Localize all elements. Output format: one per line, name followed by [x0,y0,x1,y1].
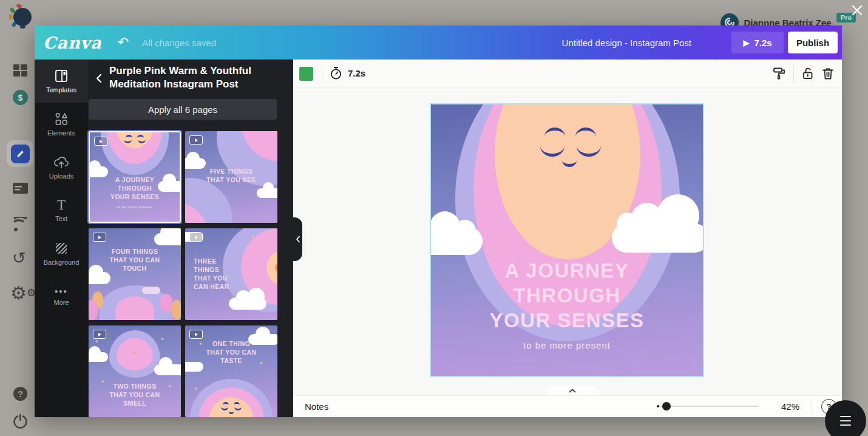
text-icon: T [57,199,66,212]
collapse-panel-handle[interactable] [293,217,302,261]
page-duration-value: 7.2s [348,68,365,78]
template-thumbnail-hear[interactable]: ✦ THREE THINGS THAT YOU CAN HEAR [185,228,277,320]
design-page[interactable]: A JOURNEY THROUGH YOUR SENSES to be more… [430,103,704,377]
template-thumbnail-see[interactable]: FIVE THINGS THAT YOU SEE [185,131,277,223]
page-duration-control[interactable]: 7.2s [330,66,365,80]
template-thumbnail-taste[interactable]: ✦ ✦ ✦ ONE THING THAT YOU CAN TASTE [185,325,277,417]
template-thumbnail-touch[interactable]: FOUR THINGS THAT YOU CAN TOUCH [89,228,181,320]
chevron-left-icon [296,236,300,243]
more-icon: ••• [55,287,68,296]
pencil-icon [16,149,25,158]
stopwatch-icon [330,66,342,80]
history-icon: ↺ [12,250,26,267]
zoom-slider-start-dot [657,405,659,407]
rail-item-background[interactable]: Background [35,232,88,275]
close-icon[interactable] [851,4,863,16]
chevron-up-icon [569,389,576,393]
elements-icon [54,112,69,126]
apply-all-pages-button[interactable]: Apply all 6 pages [89,99,277,120]
zoom-slider-knob[interactable] [662,402,671,410]
video-badge-icon [189,135,203,145]
canvas-workspace: 7.2s [293,60,842,417]
page-title-text[interactable]: A JOURNEY THROUGH YOUR SENSES [431,258,703,333]
video-badge-icon [93,330,106,339]
color-swatch[interactable] [299,67,313,81]
template-thumbnail-journey[interactable]: A JOURNEY THROUGH YOUR SENSES to be more… [89,131,181,223]
notes-button[interactable]: Notes [305,401,328,412]
card-icon [12,181,29,198]
rail-item-elements[interactable]: Elements [35,103,88,146]
lock-icon[interactable] [801,66,815,81]
video-badge-icon [94,137,107,146]
expand-pages-tab[interactable] [546,386,598,396]
save-status: All changes saved [142,38,216,48]
background-icon [54,241,69,256]
templates-panel: Purple Pink Warm & Youthful Meditation I… [88,60,293,417]
menu-fab[interactable] [825,400,866,436]
gears-icon: ⚙⚙ [10,284,36,302]
screen: $ ↺ ⚙⚙ ? Diannne Beatrix Zee Pro Canv [0,0,868,436]
zoom-percent: 42% [773,401,799,412]
zoom-slider[interactable] [659,406,759,407]
app-logo-icon [8,4,35,31]
tool-rail: Templates Elements Uploads T Text Backgr… [35,60,88,417]
trash-icon[interactable] [821,66,835,81]
page-subtitle-text[interactable]: to be more present [431,340,703,350]
canva-editor-modal: Canva ↶ All changes saved Untitled desig… [35,26,842,417]
roller-style-icon[interactable] [772,66,787,81]
undo-icon[interactable]: ↶ [118,36,129,49]
video-badge-icon [93,233,106,242]
template-grid: A JOURNEY THROUGH YOUR SENSES to be more… [89,131,277,417]
back-chevron-icon[interactable] [94,73,105,86]
rail-item-text[interactable]: T Text [35,189,88,232]
video-badge-icon [189,233,203,242]
templates-icon [54,69,69,83]
rss-icon [12,217,29,236]
play-duration: 7.2s [754,38,771,48]
help-filled-icon: ? [13,387,27,401]
dashboard-grid-icon [13,63,28,81]
pencil-tool-selected [7,140,33,167]
template-thumbnail-smell[interactable]: ✦ ✦ ✦ ✦ ✦ TWO THINGS THAT YOU CAN SMELL [89,325,181,417]
rail-item-uploads[interactable]: Uploads [35,146,88,189]
uploads-icon [53,155,69,169]
editor-topbar: Canva ↶ All changes saved Untitled desig… [35,26,842,60]
play-icon: ▶ [743,38,749,47]
rail-item-more[interactable]: ••• More [35,275,88,318]
publish-button[interactable]: Publish [788,32,838,53]
document-title[interactable]: Untitled design - Instagram Post [562,26,691,60]
canva-logo[interactable]: Canva [43,33,102,52]
hamburger-icon [840,415,851,427]
video-badge-icon [189,330,203,339]
coin-icon: $ [13,90,28,105]
play-preview-button[interactable]: ▶ 7.2s [731,32,784,53]
page-toolbar: 7.2s [293,60,842,88]
power-icon [13,414,28,431]
bottom-bar: Notes 42% ? [293,395,842,417]
rail-item-templates[interactable]: Templates [35,60,88,103]
template-set-title: Purple Pink Warm & Youthful Meditation I… [109,64,285,91]
